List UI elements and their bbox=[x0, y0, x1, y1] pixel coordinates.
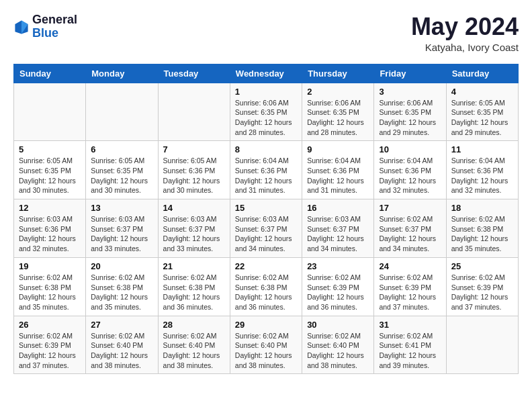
day-number: 4 bbox=[451, 87, 513, 97]
day-info: Sunrise: 6:06 AM Sunset: 6:35 PM Dayligh… bbox=[235, 98, 297, 138]
day-info: Sunrise: 6:02 AM Sunset: 6:41 PM Dayligh… bbox=[379, 331, 441, 371]
day-info: Sunrise: 6:06 AM Sunset: 6:35 PM Dayligh… bbox=[379, 98, 441, 138]
day-info: Sunrise: 6:02 AM Sunset: 6:38 PM Dayligh… bbox=[163, 273, 225, 312]
calendar-cell bbox=[86, 83, 158, 141]
day-number: 15 bbox=[235, 203, 297, 213]
day-number: 20 bbox=[91, 261, 152, 271]
day-info: Sunrise: 6:02 AM Sunset: 6:40 PM Dayligh… bbox=[307, 331, 369, 371]
calendar-cell: 27Sunrise: 6:02 AM Sunset: 6:40 PM Dayli… bbox=[86, 316, 158, 374]
calendar-header-saturday: Saturday bbox=[446, 64, 518, 83]
calendar-cell bbox=[446, 316, 518, 374]
calendar-header-row: SundayMondayTuesdayWednesdayThursdayFrid… bbox=[14, 64, 519, 83]
calendar-cell: 8Sunrise: 6:04 AM Sunset: 6:36 PM Daylig… bbox=[230, 141, 302, 199]
day-info: Sunrise: 6:02 AM Sunset: 6:38 PM Dayligh… bbox=[19, 273, 81, 312]
day-info: Sunrise: 6:02 AM Sunset: 6:38 PM Dayligh… bbox=[91, 273, 152, 312]
day-number: 7 bbox=[163, 144, 225, 154]
calendar-header-thursday: Thursday bbox=[302, 64, 374, 83]
day-info: Sunrise: 6:02 AM Sunset: 6:39 PM Dayligh… bbox=[307, 273, 369, 312]
day-number: 10 bbox=[379, 144, 441, 154]
day-number: 19 bbox=[19, 261, 81, 271]
day-number: 21 bbox=[163, 261, 225, 271]
calendar-cell: 31Sunrise: 6:02 AM Sunset: 6:41 PM Dayli… bbox=[374, 316, 446, 374]
day-number: 22 bbox=[235, 261, 297, 271]
day-number: 6 bbox=[91, 144, 152, 154]
calendar-cell: 24Sunrise: 6:02 AM Sunset: 6:39 PM Dayli… bbox=[374, 257, 446, 316]
logo-icon bbox=[13, 19, 30, 35]
calendar-cell: 3Sunrise: 6:06 AM Sunset: 6:35 PM Daylig… bbox=[374, 83, 446, 141]
day-info: Sunrise: 6:05 AM Sunset: 6:35 PM Dayligh… bbox=[19, 156, 81, 195]
day-number: 12 bbox=[19, 203, 81, 213]
day-info: Sunrise: 6:02 AM Sunset: 6:39 PM Dayligh… bbox=[379, 273, 441, 312]
calendar-cell: 11Sunrise: 6:04 AM Sunset: 6:36 PM Dayli… bbox=[446, 141, 518, 199]
day-number: 31 bbox=[379, 320, 441, 330]
day-number: 3 bbox=[379, 87, 441, 97]
month-year-title: May 2024 bbox=[411, 13, 519, 40]
calendar-cell: 16Sunrise: 6:03 AM Sunset: 6:37 PM Dayli… bbox=[302, 199, 374, 258]
calendar-cell: 7Sunrise: 6:05 AM Sunset: 6:36 PM Daylig… bbox=[158, 141, 230, 199]
day-info: Sunrise: 6:02 AM Sunset: 6:40 PM Dayligh… bbox=[163, 331, 225, 371]
day-info: Sunrise: 6:02 AM Sunset: 6:40 PM Dayligh… bbox=[91, 331, 152, 371]
day-number: 8 bbox=[235, 144, 297, 154]
logo-general: General bbox=[32, 13, 77, 27]
day-number: 11 bbox=[451, 144, 513, 154]
logo: General Blue bbox=[13, 13, 77, 40]
day-info: Sunrise: 6:02 AM Sunset: 6:40 PM Dayligh… bbox=[235, 331, 297, 371]
day-number: 24 bbox=[379, 261, 441, 271]
location-subtitle: Katyaha, Ivory Coast bbox=[411, 42, 519, 53]
calendar-cell: 23Sunrise: 6:02 AM Sunset: 6:39 PM Dayli… bbox=[302, 257, 374, 316]
calendar-cell: 9Sunrise: 6:04 AM Sunset: 6:36 PM Daylig… bbox=[302, 141, 374, 199]
day-info: Sunrise: 6:03 AM Sunset: 6:37 PM Dayligh… bbox=[163, 214, 225, 254]
day-number: 28 bbox=[163, 320, 225, 330]
calendar-week-row: 5Sunrise: 6:05 AM Sunset: 6:35 PM Daylig… bbox=[14, 141, 519, 199]
calendar-cell: 15Sunrise: 6:03 AM Sunset: 6:37 PM Dayli… bbox=[230, 199, 302, 258]
calendar-cell: 21Sunrise: 6:02 AM Sunset: 6:38 PM Dayli… bbox=[158, 257, 230, 316]
day-info: Sunrise: 6:03 AM Sunset: 6:37 PM Dayligh… bbox=[235, 214, 297, 254]
logo-blue: Blue bbox=[32, 27, 77, 40]
day-number: 23 bbox=[307, 261, 369, 271]
calendar-header-wednesday: Wednesday bbox=[230, 64, 302, 83]
calendar-week-row: 12Sunrise: 6:03 AM Sunset: 6:36 PM Dayli… bbox=[14, 199, 519, 258]
calendar-cell: 14Sunrise: 6:03 AM Sunset: 6:37 PM Dayli… bbox=[158, 199, 230, 258]
calendar-cell: 17Sunrise: 6:02 AM Sunset: 6:37 PM Dayli… bbox=[374, 199, 446, 258]
calendar-cell: 19Sunrise: 6:02 AM Sunset: 6:38 PM Dayli… bbox=[14, 257, 86, 316]
calendar-week-row: 19Sunrise: 6:02 AM Sunset: 6:38 PM Dayli… bbox=[14, 257, 519, 316]
calendar-header-tuesday: Tuesday bbox=[158, 64, 230, 83]
calendar-cell: 2Sunrise: 6:06 AM Sunset: 6:35 PM Daylig… bbox=[302, 83, 374, 141]
calendar-cell: 30Sunrise: 6:02 AM Sunset: 6:40 PM Dayli… bbox=[302, 316, 374, 374]
day-info: Sunrise: 6:02 AM Sunset: 6:39 PM Dayligh… bbox=[19, 331, 81, 371]
logo-text: General Blue bbox=[32, 13, 77, 40]
day-info: Sunrise: 6:02 AM Sunset: 6:38 PM Dayligh… bbox=[451, 214, 513, 254]
calendar-week-row: 1Sunrise: 6:06 AM Sunset: 6:35 PM Daylig… bbox=[14, 83, 519, 141]
calendar-cell: 26Sunrise: 6:02 AM Sunset: 6:39 PM Dayli… bbox=[14, 316, 86, 374]
day-number: 18 bbox=[451, 203, 513, 213]
calendar-header-monday: Monday bbox=[86, 64, 158, 83]
calendar-cell: 18Sunrise: 6:02 AM Sunset: 6:38 PM Dayli… bbox=[446, 199, 518, 258]
day-number: 29 bbox=[235, 320, 297, 330]
calendar-cell: 6Sunrise: 6:05 AM Sunset: 6:35 PM Daylig… bbox=[86, 141, 158, 199]
day-info: Sunrise: 6:04 AM Sunset: 6:36 PM Dayligh… bbox=[451, 156, 513, 195]
day-number: 30 bbox=[307, 320, 369, 330]
day-number: 14 bbox=[163, 203, 225, 213]
calendar-cell: 4Sunrise: 6:05 AM Sunset: 6:35 PM Daylig… bbox=[446, 83, 518, 141]
calendar-cell bbox=[158, 83, 230, 141]
day-info: Sunrise: 6:06 AM Sunset: 6:35 PM Dayligh… bbox=[307, 98, 369, 138]
calendar-table: SundayMondayTuesdayWednesdayThursdayFrid… bbox=[13, 64, 519, 375]
day-info: Sunrise: 6:03 AM Sunset: 6:37 PM Dayligh… bbox=[307, 214, 369, 254]
day-info: Sunrise: 6:03 AM Sunset: 6:37 PM Dayligh… bbox=[91, 214, 152, 254]
calendar-header-friday: Friday bbox=[374, 64, 446, 83]
calendar-cell: 12Sunrise: 6:03 AM Sunset: 6:36 PM Dayli… bbox=[14, 199, 86, 258]
calendar-cell: 10Sunrise: 6:04 AM Sunset: 6:36 PM Dayli… bbox=[374, 141, 446, 199]
day-info: Sunrise: 6:04 AM Sunset: 6:36 PM Dayligh… bbox=[379, 156, 441, 195]
title-block: May 2024 Katyaha, Ivory Coast bbox=[411, 13, 519, 53]
day-number: 1 bbox=[235, 87, 297, 97]
day-number: 5 bbox=[19, 144, 81, 154]
calendar-cell: 5Sunrise: 6:05 AM Sunset: 6:35 PM Daylig… bbox=[14, 141, 86, 199]
day-info: Sunrise: 6:04 AM Sunset: 6:36 PM Dayligh… bbox=[235, 156, 297, 195]
calendar-cell: 29Sunrise: 6:02 AM Sunset: 6:40 PM Dayli… bbox=[230, 316, 302, 374]
day-number: 17 bbox=[379, 203, 441, 213]
day-info: Sunrise: 6:05 AM Sunset: 6:36 PM Dayligh… bbox=[163, 156, 225, 195]
calendar-cell: 20Sunrise: 6:02 AM Sunset: 6:38 PM Dayli… bbox=[86, 257, 158, 316]
day-info: Sunrise: 6:02 AM Sunset: 6:39 PM Dayligh… bbox=[451, 273, 513, 312]
day-info: Sunrise: 6:02 AM Sunset: 6:38 PM Dayligh… bbox=[235, 273, 297, 312]
day-number: 26 bbox=[19, 320, 81, 330]
